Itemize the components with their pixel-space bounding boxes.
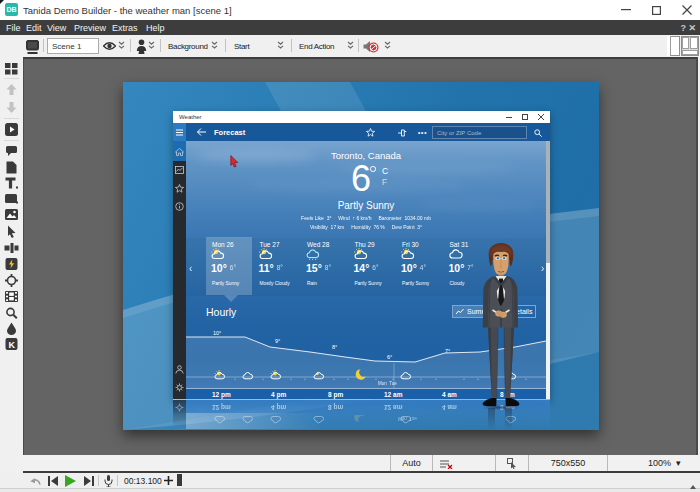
svg-text:K: K xyxy=(9,340,16,350)
